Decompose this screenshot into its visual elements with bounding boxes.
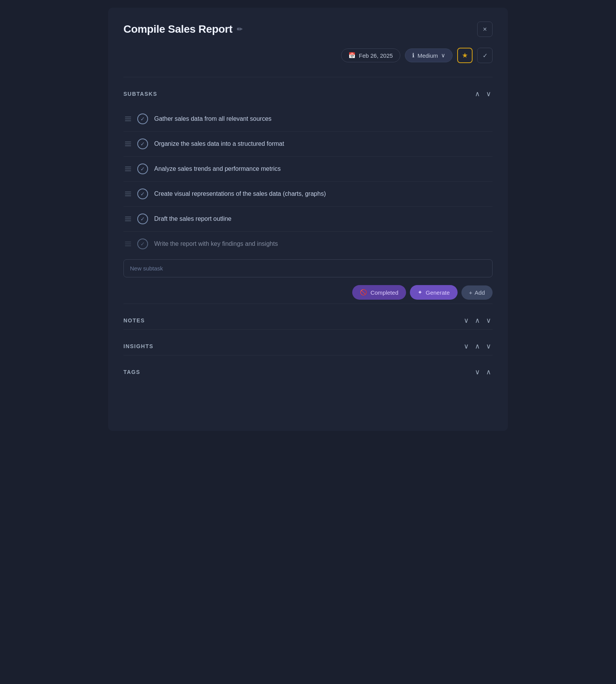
generate-label: Generate bbox=[426, 289, 450, 296]
notes-up-icon: ∧ bbox=[475, 317, 480, 324]
new-subtask-input[interactable] bbox=[123, 259, 493, 277]
down-arrow-icon: ∨ bbox=[486, 90, 491, 98]
add-button[interactable]: + Add bbox=[461, 285, 493, 300]
info-icon: ℹ bbox=[412, 52, 415, 59]
drag-handle[interactable] bbox=[125, 192, 131, 196]
insights-down-btn[interactable]: ∨ bbox=[484, 341, 493, 351]
edit-icon[interactable]: ✏ bbox=[237, 25, 243, 33]
task-check-icon[interactable]: ✓ bbox=[137, 113, 148, 124]
drag-handle[interactable] bbox=[125, 167, 131, 171]
subtask-item[interactable]: ✓ Create visual representations of the s… bbox=[123, 182, 493, 207]
notes-down-btn[interactable]: ∨ bbox=[484, 315, 493, 325]
subtask-item[interactable]: ✓ Write the report with key findings and… bbox=[123, 232, 493, 256]
add-icon: + bbox=[469, 289, 473, 296]
main-panel: Compile Sales Report ✏ × 📅 Feb 26, 2025 … bbox=[108, 8, 508, 431]
subtask-item[interactable]: ✓ Gather sales data from all relevant so… bbox=[123, 107, 493, 132]
insights-up-btn[interactable]: ∧ bbox=[473, 341, 481, 351]
panel-header: Compile Sales Report ✏ × bbox=[123, 22, 493, 37]
notes-collapse-icon: ∨ bbox=[464, 317, 469, 324]
notes-up-btn[interactable]: ∧ bbox=[473, 315, 481, 325]
subtask-item[interactable]: ✓ Organize the sales data into a structu… bbox=[123, 132, 493, 157]
insights-collapse-icon: ∨ bbox=[464, 342, 469, 350]
drag-handle[interactable] bbox=[125, 117, 131, 121]
insights-title: INSIGHTS bbox=[123, 343, 153, 349]
date-badge: 📅 Feb 26, 2025 bbox=[341, 48, 400, 62]
subtask-text: Organize the sales data into a structure… bbox=[154, 140, 284, 147]
subtasks-header: SUBTASKS ∧ ∨ bbox=[123, 89, 493, 99]
task-check-icon[interactable]: ✓ bbox=[137, 214, 148, 224]
generate-icon: ✦ bbox=[418, 289, 423, 296]
subtasks-section: SUBTASKS ∧ ∨ ✓ Gather sales data from al… bbox=[123, 77, 493, 304]
panel-title: Compile Sales Report bbox=[123, 23, 232, 35]
insights-controls: ∨ ∧ ∨ bbox=[462, 341, 493, 351]
priority-text: Medium bbox=[418, 52, 438, 59]
tags-up-btn[interactable]: ∧ bbox=[484, 367, 493, 377]
tags-title: TAGS bbox=[123, 369, 140, 375]
subtasks-collapse-btn[interactable]: ∧ bbox=[473, 89, 481, 99]
tags-controls: ∨ ∧ bbox=[473, 367, 493, 377]
subtasks-down-btn[interactable]: ∨ bbox=[484, 89, 493, 99]
drag-handle[interactable] bbox=[125, 242, 131, 246]
task-check-icon[interactable]: ✓ bbox=[137, 189, 148, 199]
notes-header: NOTES ∨ ∧ ∨ bbox=[123, 315, 493, 325]
title-area: Compile Sales Report ✏ bbox=[123, 23, 243, 35]
insights-section: INSIGHTS ∨ ∧ ∨ bbox=[123, 329, 493, 355]
notes-controls: ∨ ∧ ∨ bbox=[462, 315, 493, 325]
tags-header: TAGS ∨ ∧ bbox=[123, 367, 493, 377]
notes-collapse-btn[interactable]: ∨ bbox=[462, 315, 470, 325]
date-text: Feb 26, 2025 bbox=[359, 52, 393, 59]
star-button[interactable]: ★ bbox=[457, 48, 473, 63]
subtask-item[interactable]: ✓ Draft the sales report outline bbox=[123, 207, 493, 232]
task-check-icon[interactable]: ✓ bbox=[137, 163, 148, 174]
tags-collapse-icon: ∨ bbox=[475, 368, 480, 376]
star-icon: ★ bbox=[462, 51, 468, 60]
completed-icon: 🚫 bbox=[360, 289, 367, 296]
subtask-text: Analyze sales trends and performance met… bbox=[154, 165, 281, 172]
drag-handle[interactable] bbox=[125, 142, 131, 146]
add-label: Add bbox=[474, 289, 485, 296]
subtask-item[interactable]: ✓ Analyze sales trends and performance m… bbox=[123, 157, 493, 182]
subtask-text: Gather sales data from all relevant sour… bbox=[154, 115, 271, 122]
priority-badge[interactable]: ℹ Medium ∨ bbox=[405, 48, 453, 62]
subtasks-controls: ∧ ∨ bbox=[473, 89, 493, 99]
subtask-list: ✓ Gather sales data from all relevant so… bbox=[123, 107, 493, 256]
task-check-icon[interactable]: ✓ bbox=[137, 239, 148, 249]
insights-header: INSIGHTS ∨ ∧ ∨ bbox=[123, 341, 493, 351]
tags-collapse-btn[interactable]: ∨ bbox=[473, 367, 481, 377]
up-arrow-icon: ∧ bbox=[475, 90, 480, 98]
notes-section: NOTES ∨ ∧ ∨ bbox=[123, 304, 493, 329]
generate-button[interactable]: ✦ Generate bbox=[410, 285, 458, 300]
close-button[interactable]: × bbox=[477, 22, 493, 37]
completed-button[interactable]: 🚫 Completed bbox=[352, 285, 406, 300]
task-check-icon[interactable]: ✓ bbox=[137, 138, 148, 149]
insights-down-icon: ∨ bbox=[486, 342, 491, 350]
tags-up-icon: ∧ bbox=[486, 368, 491, 376]
tags-section: TAGS ∨ ∧ bbox=[123, 355, 493, 381]
insights-up-icon: ∧ bbox=[475, 342, 480, 350]
notes-title: NOTES bbox=[123, 317, 145, 324]
subtasks-title: SUBTASKS bbox=[123, 91, 157, 97]
insights-collapse-btn[interactable]: ∨ bbox=[462, 341, 470, 351]
check-icon: ✓ bbox=[483, 52, 488, 59]
subtask-text: Write the report with key findings and i… bbox=[154, 240, 278, 247]
drag-handle[interactable] bbox=[125, 217, 131, 221]
subtask-text: Create visual representations of the sal… bbox=[154, 190, 326, 197]
notes-down-icon: ∨ bbox=[486, 317, 491, 324]
subtask-text: Draft the sales report outline bbox=[154, 215, 231, 222]
actions-row: 🚫 Completed ✦ Generate + Add bbox=[123, 285, 493, 300]
chevron-down-icon: ∨ bbox=[441, 52, 445, 59]
complete-button[interactable]: ✓ bbox=[477, 48, 493, 63]
meta-row: 📅 Feb 26, 2025 ℹ Medium ∨ ★ ✓ bbox=[123, 48, 493, 63]
calendar-icon: 📅 bbox=[348, 52, 356, 59]
completed-label: Completed bbox=[370, 289, 398, 296]
